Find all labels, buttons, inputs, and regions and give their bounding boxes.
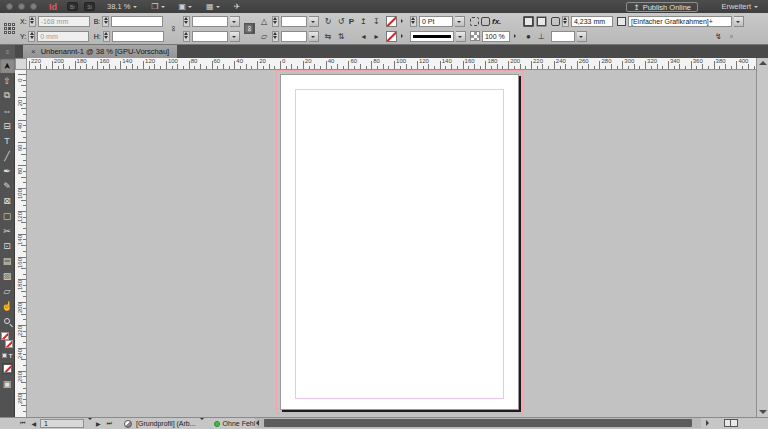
tools-panel-header[interactable]: ≡ — [0, 45, 15, 58]
fill-swatch-none[interactable] — [1, 332, 9, 340]
y-stepper[interactable] — [28, 31, 35, 42]
stroke-weight-field[interactable]: 0 Pt — [419, 16, 453, 27]
rotation-dropdown[interactable] — [309, 16, 319, 27]
panel-options-icon[interactable]: ▫ — [726, 31, 737, 42]
hand-tool[interactable]: ☝ — [0, 298, 15, 313]
rotation-angle-field[interactable] — [281, 16, 307, 27]
document-page[interactable] — [280, 74, 519, 410]
scale-x-stepper[interactable] — [183, 16, 190, 27]
stroke-weight-stepper[interactable] — [410, 16, 417, 27]
direct-selection-tool[interactable]: ⇧ — [0, 73, 15, 88]
x-stepper[interactable] — [29, 16, 36, 27]
select-next-object-icon[interactable]: ▸ — [371, 31, 382, 42]
page-number-dropdown[interactable] — [86, 420, 92, 427]
spread-view-icon[interactable] — [724, 419, 738, 427]
zoom-tool[interactable] — [0, 313, 15, 328]
content-collector-tool[interactable]: ⊟ — [0, 118, 15, 133]
preflight-profile-dropdown[interactable] — [198, 420, 204, 427]
rotation-stepper[interactable] — [272, 16, 279, 27]
view-options-button[interactable]: ❒ — [151, 2, 164, 11]
stroke-color-flyout[interactable] — [399, 16, 406, 27]
scroll-down-arrow[interactable] — [759, 410, 767, 414]
width-field[interactable] — [111, 16, 163, 27]
constrain-scale-button[interactable]: ∞ — [244, 23, 255, 34]
document-tab[interactable]: × Unbenannt-1 @ 38 % [GPU-Vorschau] — [23, 45, 177, 58]
height-stepper[interactable] — [103, 31, 110, 42]
type-tool[interactable]: T — [0, 133, 15, 148]
scale-y-dropdown[interactable] — [230, 31, 240, 42]
stroke-style-preview[interactable] — [410, 31, 454, 42]
opacity-flyout[interactable] — [512, 31, 519, 42]
quick-apply-icon[interactable]: ↯ — [713, 31, 724, 42]
gap-tool[interactable]: ⇔ — [0, 103, 15, 118]
fill-color-swatch[interactable] — [386, 31, 397, 42]
rectangle-frame-tool[interactable]: ⊠ — [0, 193, 15, 208]
horizontal-scroll-thumb[interactable] — [264, 419, 692, 427]
vertical-scrollbar[interactable] — [756, 58, 768, 417]
y-position-field[interactable]: 0 mm — [37, 31, 89, 42]
screen-mode-toggle[interactable]: ▣ — [1, 378, 13, 390]
scale-y-field[interactable] — [192, 31, 228, 42]
next-page-button[interactable]: ▶ — [94, 420, 103, 427]
minimize-window-button[interactable] — [18, 3, 25, 10]
corner-radius-stepper[interactable] — [562, 16, 569, 27]
arrange-documents-button[interactable]: ▦ — [206, 2, 220, 11]
stroke-color-swatch[interactable] — [386, 16, 397, 27]
pencil-tool[interactable]: ✎ — [0, 178, 15, 193]
drop-shadow-button[interactable]: ● — [523, 31, 534, 42]
select-content-icon[interactable]: ↧ — [371, 16, 382, 27]
vertical-ruler[interactable]: 020406080100120140160180200220240260280 — [15, 70, 27, 417]
close-window-button[interactable] — [6, 3, 13, 10]
stock-icon[interactable]: St — [84, 2, 95, 11]
zoom-level-dropdown[interactable]: 38,1 % — [107, 2, 137, 11]
scale-x-dropdown[interactable] — [230, 16, 240, 27]
shear-dropdown[interactable] — [309, 31, 319, 42]
last-page-button[interactable]: ⏭ — [105, 420, 114, 427]
effects-menu-button[interactable]: fx. — [492, 17, 501, 26]
width-stepper[interactable] — [102, 16, 109, 27]
gradient-feather-tool[interactable]: ▨ — [0, 268, 15, 283]
fill-color-flyout[interactable] — [399, 31, 406, 42]
corner-shape-dropdown[interactable] — [577, 31, 587, 42]
ruler-origin-corner[interactable] — [15, 58, 27, 70]
formatting-affects-text-button[interactable] — [536, 16, 547, 27]
stroke-weight-dropdown[interactable] — [455, 16, 465, 27]
corner-radius-field[interactable]: 4,233 mm — [571, 16, 613, 27]
horizontal-scrollbar[interactable] — [255, 418, 701, 428]
free-transform-tool[interactable]: ⊡ — [0, 238, 15, 253]
flip-horizontal-icon[interactable]: ⇆ — [323, 31, 334, 42]
workspace-switcher[interactable]: Erweitert — [721, 2, 758, 11]
select-previous-object-icon[interactable]: ◂ — [358, 31, 369, 42]
shear-angle-field[interactable] — [281, 31, 307, 42]
scale-x-field[interactable] — [192, 16, 228, 27]
shear-stepper[interactable] — [272, 31, 279, 42]
scroll-up-arrow[interactable] — [759, 61, 767, 65]
formatting-container-icon[interactable] — [2, 353, 7, 358]
corner-shape-swatch[interactable] — [551, 31, 575, 42]
fill-stroke-widget[interactable] — [0, 331, 15, 351]
screen-mode-button[interactable]: ▣ — [179, 2, 193, 11]
close-tab-icon[interactable]: × — [31, 47, 36, 56]
scroll-right-arrow[interactable] — [706, 420, 709, 426]
object-style-field[interactable]: [Einfacher Grafikrahmen]+ — [628, 16, 732, 27]
opacity-field[interactable]: 100 % — [482, 31, 510, 42]
publish-online-button[interactable]: ↥ Publish Online — [626, 2, 698, 12]
pen-tool[interactable]: ✒ — [0, 163, 15, 178]
frame-fitting-icon[interactable] — [470, 17, 479, 26]
previous-page-button[interactable]: ◀ — [29, 420, 38, 427]
corner-options-icon[interactable] — [551, 17, 560, 26]
horizontal-ruler[interactable]: 2202001801601401201008060402002040608010… — [27, 58, 756, 70]
gpu-performance-button[interactable]: ✈ — [234, 2, 241, 11]
select-container-icon[interactable]: ↥ — [358, 16, 369, 27]
fit-content-button[interactable]: ⊥ — [536, 31, 547, 42]
gradient-swatch-tool[interactable]: ▤ — [0, 253, 15, 268]
x-position-field[interactable]: -168 mm — [38, 16, 90, 27]
zoom-window-button[interactable] — [30, 3, 37, 10]
page-number-field[interactable]: 1 — [40, 419, 84, 428]
formatting-text-icon[interactable]: T — [9, 353, 13, 359]
rotate-cw-icon[interactable]: ↻ — [323, 16, 334, 27]
bridge-icon[interactable]: Br — [67, 2, 78, 11]
rotate-ccw-icon[interactable]: ↺ — [336, 16, 347, 27]
height-field[interactable] — [112, 31, 164, 42]
note-tool[interactable]: ▱ — [0, 283, 15, 298]
